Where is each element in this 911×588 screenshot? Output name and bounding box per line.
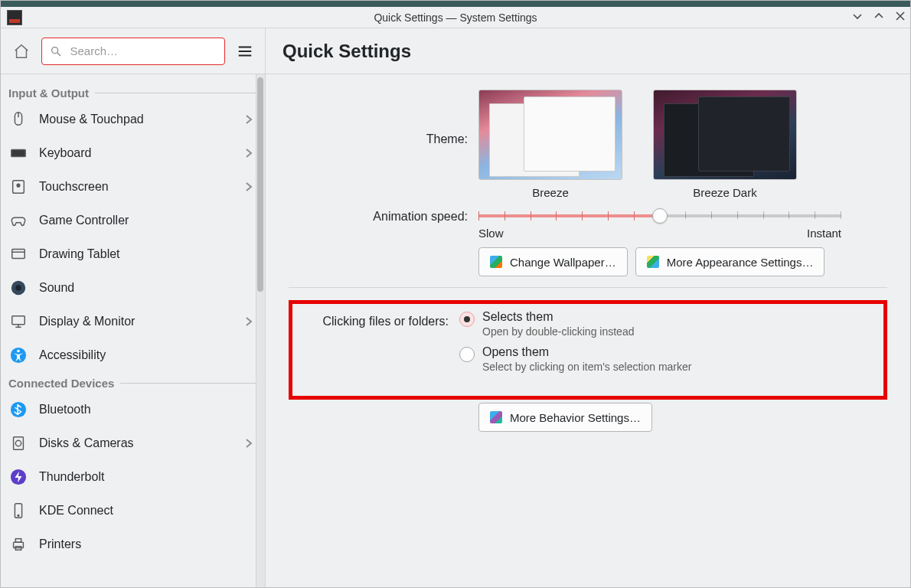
change-wallpaper-button[interactable]: Change Wallpaper… bbox=[478, 247, 628, 276]
separator bbox=[289, 287, 887, 288]
keyboard-icon bbox=[8, 143, 28, 163]
sidebar-item-keyboard[interactable]: Keyboard bbox=[1, 136, 265, 170]
window-top-decoration bbox=[1, 1, 910, 7]
click-option-1[interactable]: Opens them Select by clicking on item's … bbox=[459, 345, 883, 373]
touchscreen-icon bbox=[8, 177, 28, 197]
theme-preview bbox=[653, 90, 797, 180]
search-field[interactable] bbox=[41, 38, 225, 65]
sidebar-item-sound[interactable]: Sound bbox=[1, 271, 265, 305]
sidebar-item-drawing-tablet[interactable]: Drawing Tablet bbox=[1, 237, 265, 271]
gamepad-icon bbox=[8, 211, 28, 230]
animation-speed-slider[interactable] bbox=[478, 208, 841, 222]
sidebar-section-header: Input & Output bbox=[1, 82, 265, 103]
theme-option-dark[interactable]: Breeze Dark bbox=[653, 90, 797, 199]
sidebar-item-label: Sound bbox=[39, 281, 254, 295]
sidebar-section-header: Connected Devices bbox=[1, 372, 265, 393]
sidebar-item-label: Accessibility bbox=[39, 348, 254, 362]
svg-rect-12 bbox=[12, 250, 25, 259]
theme-preview bbox=[478, 90, 622, 180]
titlebar: Quick Settings — System Settings bbox=[1, 7, 910, 28]
more-behavior-button[interactable]: More Behavior Settings… bbox=[478, 403, 652, 432]
accessibility-icon bbox=[8, 345, 28, 365]
svg-rect-16 bbox=[12, 316, 25, 325]
chevron-right-icon bbox=[243, 114, 254, 125]
svg-rect-27 bbox=[14, 542, 24, 547]
clicking-label: Clicking files or folders: bbox=[292, 310, 459, 328]
sidebar-item-accessibility[interactable]: Accessibility bbox=[1, 338, 265, 372]
sidebar-item-bluetooth[interactable]: Bluetooth bbox=[1, 393, 265, 426]
monitor-icon bbox=[8, 312, 28, 332]
sidebar-item-disks-cameras[interactable]: Disks & Cameras bbox=[1, 426, 265, 460]
sidebar-item-display-monitor[interactable]: Display & Monitor bbox=[1, 305, 265, 338]
sidebar-item-label: Mouse & Touchpad bbox=[39, 113, 233, 126]
radio-sublabel: Open by double-clicking instead bbox=[482, 325, 634, 338]
click-behavior-highlight: Clicking files or folders: Selects them … bbox=[289, 300, 887, 400]
theme-label: Theme: bbox=[289, 90, 478, 146]
sidebar-item-label: Bluetooth bbox=[39, 403, 254, 416]
chevron-right-icon bbox=[243, 148, 254, 158]
phone-icon bbox=[8, 501, 28, 521]
sidebar-scrollbar-track[interactable] bbox=[256, 74, 265, 587]
sidebar-item-thunderbolt[interactable]: Thunderbolt bbox=[1, 460, 265, 494]
content-header: Quick Settings bbox=[266, 28, 910, 74]
animation-speed-label: Animation speed: bbox=[289, 205, 478, 224]
tablet-icon bbox=[8, 244, 28, 264]
left-column: Input & Output Mouse & Touchpad Keyboard… bbox=[1, 28, 266, 587]
search-icon bbox=[50, 45, 62, 57]
sidebar-item-kde-connect[interactable]: KDE Connect bbox=[1, 494, 265, 528]
sidebar-nav: Input & Output Mouse & Touchpad Keyboard… bbox=[1, 74, 265, 587]
sidebar-item-mouse-touchpad[interactable]: Mouse & Touchpad bbox=[1, 103, 265, 136]
slider-max-label: Instant bbox=[807, 227, 841, 240]
slider-min-label: Slow bbox=[478, 227, 504, 240]
window-controls bbox=[852, 7, 906, 28]
search-row bbox=[1, 28, 265, 74]
radio-label: Selects them bbox=[482, 310, 634, 324]
click-option-0[interactable]: Selects them Open by double-clicking ins… bbox=[459, 310, 883, 338]
home-button[interactable] bbox=[8, 38, 34, 64]
sidebar-item-touchscreen[interactable]: Touchscreen bbox=[1, 170, 265, 204]
window-title: Quick Settings — System Settings bbox=[374, 11, 537, 24]
wallpaper-icon bbox=[490, 256, 502, 268]
sound-icon bbox=[8, 278, 28, 298]
sidebar-item-label: Keyboard bbox=[39, 146, 233, 160]
svg-point-20 bbox=[17, 350, 20, 353]
radio-label: Opens them bbox=[482, 345, 691, 359]
radio-icon bbox=[459, 312, 475, 327]
sidebar-item-label: Display & Monitor bbox=[39, 315, 233, 328]
behavior-icon bbox=[490, 411, 502, 423]
sidebar-item-label: Drawing Tablet bbox=[39, 247, 254, 261]
radio-sublabel: Select by clicking on item's selection m… bbox=[482, 361, 691, 373]
mouse-icon bbox=[8, 109, 28, 129]
search-input[interactable] bbox=[68, 44, 217, 58]
hamburger-menu-button[interactable] bbox=[233, 39, 257, 64]
chevron-right-icon bbox=[243, 438, 254, 449]
theme-option-light[interactable]: Breeze bbox=[478, 90, 622, 199]
sidebar-item-label: Game Controller bbox=[39, 214, 254, 227]
theme-name: Breeze Dark bbox=[693, 186, 756, 199]
sidebar-item-game-controller[interactable]: Game Controller bbox=[1, 204, 265, 237]
content-area: Quick Settings Theme: Breeze Breeze Dark… bbox=[266, 28, 910, 587]
maximize-button[interactable] bbox=[873, 11, 884, 24]
slider-handle[interactable] bbox=[652, 208, 668, 224]
theme-name: Breeze bbox=[532, 186, 569, 199]
settings-window: Quick Settings — System Settings bbox=[0, 0, 911, 588]
svg-rect-28 bbox=[15, 539, 21, 543]
more-appearance-button[interactable]: More Appearance Settings… bbox=[635, 247, 825, 276]
minimize-button[interactable] bbox=[852, 11, 863, 24]
bluetooth-icon bbox=[8, 400, 28, 420]
appearance-icon bbox=[647, 256, 659, 268]
sidebar-item-label: Touchscreen bbox=[39, 180, 233, 194]
close-button[interactable] bbox=[895, 11, 906, 24]
svg-point-26 bbox=[18, 515, 19, 517]
svg-point-2 bbox=[52, 47, 58, 53]
printer-icon bbox=[8, 534, 28, 554]
sidebar-item-label: Thunderbolt bbox=[39, 470, 254, 484]
sidebar-scrollbar-thumb[interactable] bbox=[257, 77, 263, 292]
disk-icon bbox=[8, 433, 28, 453]
svg-line-3 bbox=[57, 53, 60, 56]
sidebar-item-label: Printers bbox=[39, 537, 254, 551]
sidebar-item-label: Disks & Cameras bbox=[39, 436, 233, 450]
sidebar-item-printers[interactable]: Printers bbox=[1, 528, 265, 561]
chevron-right-icon bbox=[243, 181, 254, 192]
svg-point-23 bbox=[15, 440, 21, 446]
